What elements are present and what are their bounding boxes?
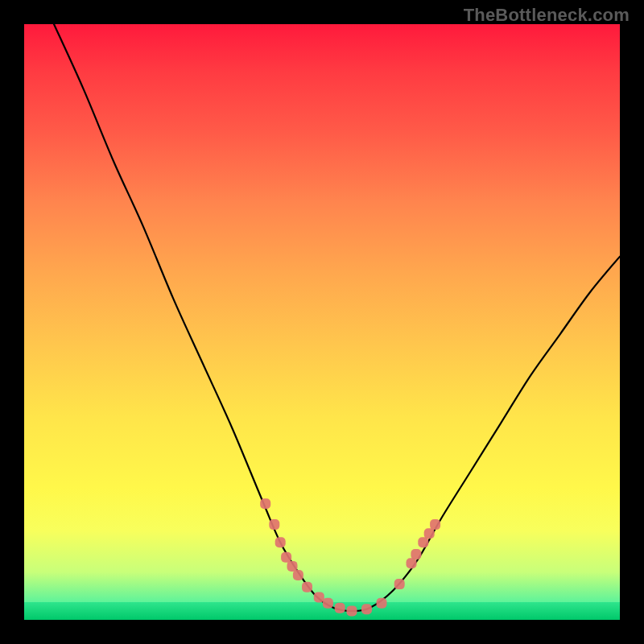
curve-marker [411,549,421,559]
curve-marker [424,528,435,539]
curve-marker [323,598,333,609]
bottleneck-curve [54,24,620,611]
curve-marker [281,552,291,563]
curve-marker [287,561,298,572]
curve-marker [302,582,312,592]
curve-marker [377,598,387,609]
curve-marker [347,605,357,616]
curve-marker [394,579,405,589]
curve-marker [430,519,440,530]
curve-marker [335,603,345,613]
curve-markers [260,498,440,616]
curve-marker [361,604,372,614]
curve-marker [314,592,324,602]
chart-overlay [24,24,620,620]
curve-marker [275,537,286,547]
watermark-label: TheBottleneck.com [464,5,630,26]
curve-marker [418,537,428,547]
curve-marker [293,570,303,580]
curve-marker [260,498,270,509]
curve-marker [407,558,417,568]
curve-marker [269,519,279,530]
chart-area [24,24,620,620]
